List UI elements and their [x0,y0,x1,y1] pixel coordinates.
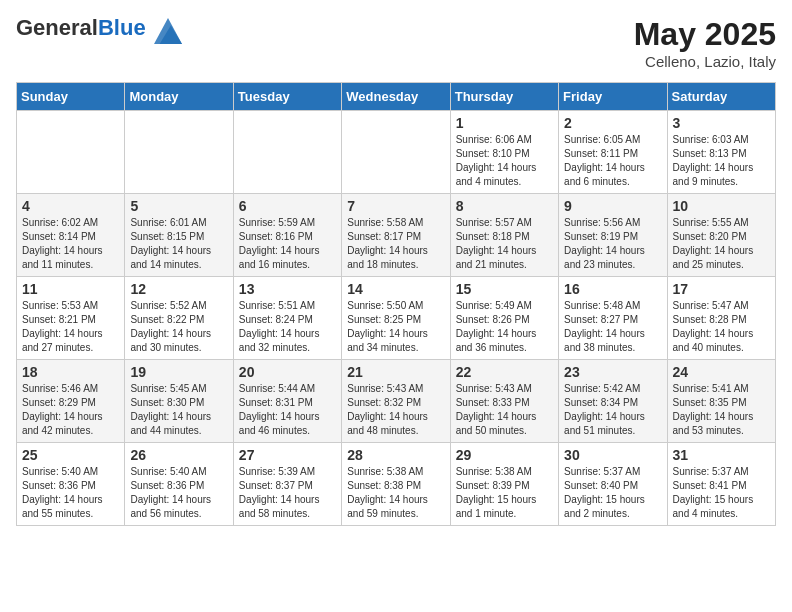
day-number: 27 [239,447,336,463]
day-header-friday: Friday [559,83,667,111]
calendar-body: 1Sunrise: 6:06 AM Sunset: 8:10 PM Daylig… [17,111,776,526]
calendar-cell: 4Sunrise: 6:02 AM Sunset: 8:14 PM Daylig… [17,194,125,277]
day-number: 18 [22,364,119,380]
cell-info: Sunrise: 5:43 AM Sunset: 8:33 PM Dayligh… [456,382,553,438]
calendar-cell: 3Sunrise: 6:03 AM Sunset: 8:13 PM Daylig… [667,111,775,194]
calendar-cell: 13Sunrise: 5:51 AM Sunset: 8:24 PM Dayli… [233,277,341,360]
calendar-cell: 19Sunrise: 5:45 AM Sunset: 8:30 PM Dayli… [125,360,233,443]
page-header: GeneralBlue May 2025 Celleno, Lazio, Ita… [16,16,776,70]
cell-info: Sunrise: 5:56 AM Sunset: 8:19 PM Dayligh… [564,216,661,272]
calendar-cell: 29Sunrise: 5:38 AM Sunset: 8:39 PM Dayli… [450,443,558,526]
calendar-cell: 17Sunrise: 5:47 AM Sunset: 8:28 PM Dayli… [667,277,775,360]
logo-general-text: General [16,15,98,40]
calendar-cell: 26Sunrise: 5:40 AM Sunset: 8:36 PM Dayli… [125,443,233,526]
day-number: 15 [456,281,553,297]
calendar-cell: 25Sunrise: 5:40 AM Sunset: 8:36 PM Dayli… [17,443,125,526]
day-number: 5 [130,198,227,214]
calendar-header: SundayMondayTuesdayWednesdayThursdayFrid… [17,83,776,111]
week-row-5: 25Sunrise: 5:40 AM Sunset: 8:36 PM Dayli… [17,443,776,526]
cell-info: Sunrise: 5:49 AM Sunset: 8:26 PM Dayligh… [456,299,553,355]
calendar-cell: 24Sunrise: 5:41 AM Sunset: 8:35 PM Dayli… [667,360,775,443]
logo: GeneralBlue [16,16,182,45]
day-number: 17 [673,281,770,297]
cell-info: Sunrise: 5:46 AM Sunset: 8:29 PM Dayligh… [22,382,119,438]
calendar-table: SundayMondayTuesdayWednesdayThursdayFrid… [16,82,776,526]
calendar-cell: 16Sunrise: 5:48 AM Sunset: 8:27 PM Dayli… [559,277,667,360]
cell-info: Sunrise: 5:51 AM Sunset: 8:24 PM Dayligh… [239,299,336,355]
calendar-cell: 2Sunrise: 6:05 AM Sunset: 8:11 PM Daylig… [559,111,667,194]
cell-info: Sunrise: 5:37 AM Sunset: 8:41 PM Dayligh… [673,465,770,521]
calendar-cell: 21Sunrise: 5:43 AM Sunset: 8:32 PM Dayli… [342,360,450,443]
title-block: May 2025 Celleno, Lazio, Italy [634,16,776,70]
day-number: 23 [564,364,661,380]
cell-info: Sunrise: 5:45 AM Sunset: 8:30 PM Dayligh… [130,382,227,438]
calendar-cell: 23Sunrise: 5:42 AM Sunset: 8:34 PM Dayli… [559,360,667,443]
cell-info: Sunrise: 5:43 AM Sunset: 8:32 PM Dayligh… [347,382,444,438]
cell-info: Sunrise: 5:55 AM Sunset: 8:20 PM Dayligh… [673,216,770,272]
calendar-cell: 9Sunrise: 5:56 AM Sunset: 8:19 PM Daylig… [559,194,667,277]
calendar-cell: 14Sunrise: 5:50 AM Sunset: 8:25 PM Dayli… [342,277,450,360]
day-header-sunday: Sunday [17,83,125,111]
cell-info: Sunrise: 5:47 AM Sunset: 8:28 PM Dayligh… [673,299,770,355]
cell-info: Sunrise: 6:03 AM Sunset: 8:13 PM Dayligh… [673,133,770,189]
calendar-cell: 1Sunrise: 6:06 AM Sunset: 8:10 PM Daylig… [450,111,558,194]
day-number: 6 [239,198,336,214]
cell-info: Sunrise: 5:48 AM Sunset: 8:27 PM Dayligh… [564,299,661,355]
calendar-cell: 22Sunrise: 5:43 AM Sunset: 8:33 PM Dayli… [450,360,558,443]
cell-info: Sunrise: 5:40 AM Sunset: 8:36 PM Dayligh… [130,465,227,521]
calendar-cell: 11Sunrise: 5:53 AM Sunset: 8:21 PM Dayli… [17,277,125,360]
day-number: 13 [239,281,336,297]
calendar-cell: 27Sunrise: 5:39 AM Sunset: 8:37 PM Dayli… [233,443,341,526]
day-number: 8 [456,198,553,214]
cell-info: Sunrise: 5:39 AM Sunset: 8:37 PM Dayligh… [239,465,336,521]
cell-info: Sunrise: 5:38 AM Sunset: 8:39 PM Dayligh… [456,465,553,521]
week-row-3: 11Sunrise: 5:53 AM Sunset: 8:21 PM Dayli… [17,277,776,360]
day-number: 20 [239,364,336,380]
cell-info: Sunrise: 5:38 AM Sunset: 8:38 PM Dayligh… [347,465,444,521]
day-header-monday: Monday [125,83,233,111]
cell-info: Sunrise: 5:53 AM Sunset: 8:21 PM Dayligh… [22,299,119,355]
cell-info: Sunrise: 5:59 AM Sunset: 8:16 PM Dayligh… [239,216,336,272]
calendar-cell: 15Sunrise: 5:49 AM Sunset: 8:26 PM Dayli… [450,277,558,360]
day-number: 11 [22,281,119,297]
cell-info: Sunrise: 5:57 AM Sunset: 8:18 PM Dayligh… [456,216,553,272]
cell-info: Sunrise: 5:42 AM Sunset: 8:34 PM Dayligh… [564,382,661,438]
day-number: 21 [347,364,444,380]
calendar-cell: 18Sunrise: 5:46 AM Sunset: 8:29 PM Dayli… [17,360,125,443]
day-number: 16 [564,281,661,297]
week-row-2: 4Sunrise: 6:02 AM Sunset: 8:14 PM Daylig… [17,194,776,277]
location: Celleno, Lazio, Italy [634,53,776,70]
day-number: 9 [564,198,661,214]
cell-info: Sunrise: 5:37 AM Sunset: 8:40 PM Dayligh… [564,465,661,521]
calendar-cell [233,111,341,194]
day-number: 10 [673,198,770,214]
day-header-thursday: Thursday [450,83,558,111]
cell-info: Sunrise: 6:06 AM Sunset: 8:10 PM Dayligh… [456,133,553,189]
cell-info: Sunrise: 5:40 AM Sunset: 8:36 PM Dayligh… [22,465,119,521]
day-number: 3 [673,115,770,131]
week-row-4: 18Sunrise: 5:46 AM Sunset: 8:29 PM Dayli… [17,360,776,443]
day-number: 25 [22,447,119,463]
day-number: 7 [347,198,444,214]
cell-info: Sunrise: 6:01 AM Sunset: 8:15 PM Dayligh… [130,216,227,272]
calendar-cell: 30Sunrise: 5:37 AM Sunset: 8:40 PM Dayli… [559,443,667,526]
cell-info: Sunrise: 6:02 AM Sunset: 8:14 PM Dayligh… [22,216,119,272]
cell-info: Sunrise: 6:05 AM Sunset: 8:11 PM Dayligh… [564,133,661,189]
day-number: 30 [564,447,661,463]
cell-info: Sunrise: 5:50 AM Sunset: 8:25 PM Dayligh… [347,299,444,355]
calendar-cell: 10Sunrise: 5:55 AM Sunset: 8:20 PM Dayli… [667,194,775,277]
day-number: 26 [130,447,227,463]
logo-blue-text: Blue [98,15,146,40]
day-number: 4 [22,198,119,214]
calendar-cell: 8Sunrise: 5:57 AM Sunset: 8:18 PM Daylig… [450,194,558,277]
day-header-wednesday: Wednesday [342,83,450,111]
week-row-1: 1Sunrise: 6:06 AM Sunset: 8:10 PM Daylig… [17,111,776,194]
day-number: 2 [564,115,661,131]
day-number: 31 [673,447,770,463]
day-number: 19 [130,364,227,380]
cell-info: Sunrise: 5:52 AM Sunset: 8:22 PM Dayligh… [130,299,227,355]
calendar-cell: 5Sunrise: 6:01 AM Sunset: 8:15 PM Daylig… [125,194,233,277]
calendar-cell: 12Sunrise: 5:52 AM Sunset: 8:22 PM Dayli… [125,277,233,360]
cell-info: Sunrise: 5:58 AM Sunset: 8:17 PM Dayligh… [347,216,444,272]
day-number: 22 [456,364,553,380]
